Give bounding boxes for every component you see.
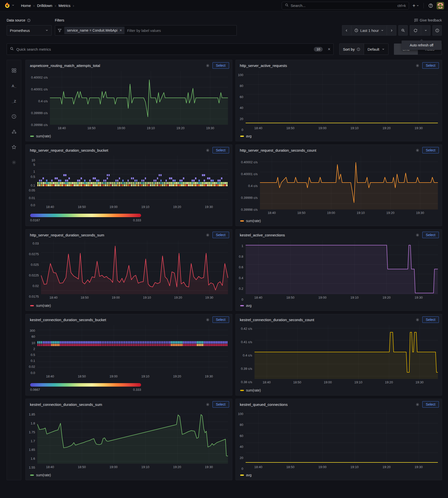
heatmap-cell bbox=[157, 182, 158, 184]
heatmap-cell bbox=[209, 182, 210, 184]
plot-area bbox=[37, 325, 228, 373]
heatmap-cell bbox=[108, 182, 110, 184]
legend-label[interactable]: sum(rate) bbox=[246, 388, 261, 392]
panel-settings-icon[interactable] bbox=[206, 148, 210, 152]
panel-select-button[interactable]: Select bbox=[422, 316, 439, 323]
legend-label[interactable]: avg bbox=[246, 304, 252, 308]
panel-select-button[interactable]: Select bbox=[213, 232, 229, 238]
clear-search-icon[interactable]: × bbox=[328, 47, 330, 52]
y-tick-label: 0.2 bbox=[239, 287, 243, 290]
panel-settings-icon[interactable] bbox=[416, 64, 419, 67]
heatmap-cell bbox=[198, 180, 200, 182]
y-tick-label: 0.02 bbox=[29, 365, 35, 369]
panel-title: kestrel_connection_duration_seconds_sum bbox=[30, 402, 102, 407]
heatmap-cell bbox=[82, 341, 84, 343]
time-range-picker[interactable]: Last 1 hour bbox=[351, 25, 387, 36]
panel-settings-icon[interactable] bbox=[416, 403, 419, 406]
panel-body: 10.80.60.40.2018:4018:5019:0019:1019:201… bbox=[236, 240, 442, 301]
rail-groups-icon[interactable] bbox=[11, 129, 17, 135]
heatmap-cell bbox=[190, 182, 191, 184]
panel-settings-icon[interactable] bbox=[206, 318, 210, 322]
rail-sort-asc-icon[interactable]: A_ bbox=[12, 83, 16, 89]
breadcrumb-home[interactable]: Home bbox=[21, 3, 31, 8]
x-tick-label: 19:20 bbox=[174, 296, 182, 299]
heatmap-cell bbox=[169, 184, 170, 186]
heatmap-cell bbox=[162, 344, 163, 346]
panel-select-button[interactable]: Select bbox=[213, 147, 229, 153]
search-icon bbox=[285, 3, 289, 8]
panel-body: 0.40002 c/s0.40001 c/s0.4 c/s0.39999 c/s… bbox=[26, 71, 232, 131]
heatmap-cell bbox=[126, 184, 127, 186]
y-tick-label: 0.5 bbox=[31, 353, 35, 356]
legend-label[interactable]: sum(rate) bbox=[36, 304, 51, 308]
panel-select-button[interactable]: Select bbox=[213, 401, 229, 408]
panel-settings-icon[interactable] bbox=[416, 233, 419, 237]
heatmap-cell bbox=[87, 344, 89, 346]
breadcrumb-drilldown[interactable]: Drilldown bbox=[37, 3, 52, 8]
heatmap-cell bbox=[204, 182, 205, 184]
y-tick-label: 1.6 bbox=[31, 457, 35, 460]
panel-settings-icon[interactable] bbox=[206, 403, 210, 406]
time-shift-forward-button[interactable] bbox=[387, 25, 396, 36]
panel-select-button[interactable]: Select bbox=[422, 232, 439, 238]
heatmap-cell bbox=[68, 344, 70, 346]
panel-settings-icon[interactable] bbox=[206, 64, 210, 67]
legend-label[interactable]: sum(rate) bbox=[36, 134, 51, 138]
datasource-select[interactable]: Prometheus bbox=[7, 25, 52, 36]
legend-label[interactable]: avg bbox=[246, 473, 252, 477]
rail-star-icon[interactable] bbox=[11, 144, 17, 150]
y-tick-label: 0 bbox=[241, 297, 243, 301]
panel-settings-icon[interactable] bbox=[416, 148, 419, 152]
grafana-logo[interactable] bbox=[4, 2, 15, 9]
quick-search-input[interactable]: Quick search metrics 10 × bbox=[7, 43, 334, 55]
heatmap-cell bbox=[126, 182, 127, 184]
heatmap-cell bbox=[214, 344, 215, 346]
heatmap-cell bbox=[91, 344, 92, 346]
info-button[interactable] bbox=[432, 25, 442, 36]
sort-by-select[interactable]: Default bbox=[364, 44, 388, 55]
filter-chip[interactable]: service_name = Conduit.WebApi × bbox=[64, 27, 125, 34]
zoom-out-button[interactable] bbox=[398, 25, 408, 36]
panel-select-button[interactable]: Select bbox=[422, 147, 439, 153]
heatmap-cell bbox=[140, 182, 141, 184]
heatmap-cell bbox=[141, 344, 143, 346]
heatmap-cell bbox=[60, 184, 61, 186]
heatmap-cell bbox=[63, 344, 64, 346]
chevron-left-icon bbox=[345, 29, 348, 32]
global-search-input[interactable]: Search... ctrl+k bbox=[282, 2, 409, 10]
legend-label[interactable]: sum(rate) bbox=[246, 219, 261, 223]
panel-select-button[interactable]: Select bbox=[422, 62, 439, 69]
give-feedback-button[interactable]: Give feedback bbox=[414, 18, 442, 22]
panel-select-button[interactable]: Select bbox=[213, 316, 229, 323]
avatar[interactable] bbox=[437, 2, 444, 9]
new-menu-button[interactable]: + bbox=[411, 2, 420, 9]
remove-filter-icon[interactable]: × bbox=[120, 28, 122, 33]
refresh-interval-dropdown[interactable] bbox=[421, 25, 430, 36]
panel-select-button[interactable]: Select bbox=[422, 401, 439, 408]
y-tick-label: 0.39999 c/s bbox=[31, 111, 48, 115]
rail-settings-icon[interactable] bbox=[12, 159, 16, 165]
breadcrumb-metrics[interactable]: Metrics bbox=[59, 3, 70, 8]
heatmap-cell bbox=[48, 184, 49, 186]
time-shift-back-button[interactable] bbox=[342, 25, 351, 36]
heatmap-cell bbox=[56, 177, 58, 179]
heatmap-cell bbox=[77, 180, 78, 182]
refresh-button[interactable] bbox=[410, 25, 421, 36]
rail-apps-icon[interactable] bbox=[11, 67, 17, 73]
panel-settings-icon[interactable] bbox=[206, 233, 210, 237]
heatmap-cell bbox=[55, 177, 56, 179]
heatmap-cell bbox=[58, 180, 59, 182]
heatmap-cell bbox=[140, 344, 141, 346]
heatmap-cell bbox=[166, 180, 167, 182]
panel-select-button[interactable]: Select bbox=[213, 62, 229, 69]
rail-recent-icon[interactable] bbox=[11, 113, 17, 119]
heatmap-cell bbox=[192, 184, 193, 186]
y-axis: 10.80.60.40.20 bbox=[236, 240, 246, 301]
label-filters-input[interactable]: service_name = Conduit.WebApi × Filter b… bbox=[55, 25, 237, 36]
rail-sort-desc-icon[interactable]: _Z bbox=[12, 98, 16, 104]
heatmap-cell bbox=[134, 180, 136, 182]
help-button[interactable] bbox=[427, 2, 434, 9]
legend-label[interactable]: avg bbox=[246, 134, 252, 138]
panel-settings-icon[interactable] bbox=[416, 318, 419, 322]
legend-label[interactable]: sum(rate) bbox=[36, 473, 51, 477]
